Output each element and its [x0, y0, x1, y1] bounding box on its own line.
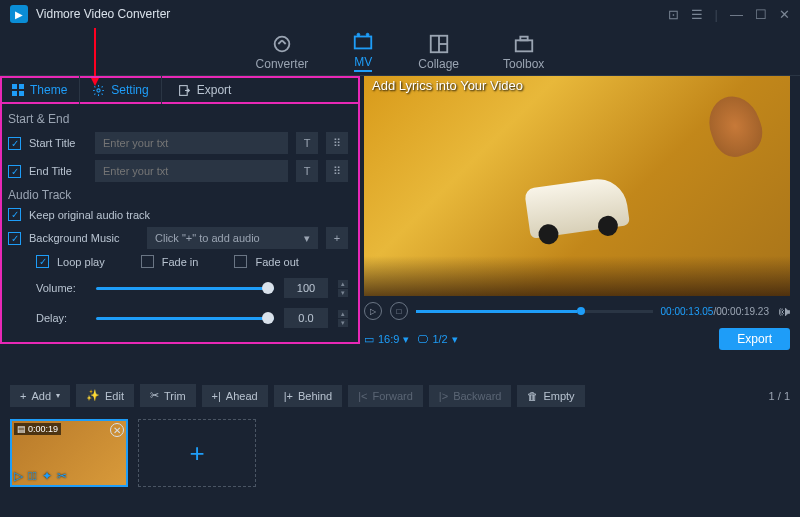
svg-rect-13 — [12, 91, 17, 96]
theme-icon — [12, 84, 24, 96]
converter-icon — [271, 33, 293, 55]
trim-button[interactable]: ✂Trim — [140, 384, 196, 407]
svg-rect-3 — [355, 37, 372, 49]
aspect-icon: ▭ — [364, 333, 374, 346]
add-button[interactable]: +Add▾ — [10, 385, 70, 407]
plus-icon: + — [20, 390, 26, 402]
volume-down[interactable]: ▾ — [338, 289, 348, 297]
film-icon: ▤ — [17, 424, 26, 434]
wand-icon: ✨ — [86, 389, 100, 402]
text-style-icon[interactable]: T — [296, 160, 318, 182]
behind-button[interactable]: |+Behind — [274, 385, 343, 407]
edit-button[interactable]: ✨Edit — [76, 384, 134, 407]
behind-icon: |+ — [284, 390, 293, 402]
divider: | — [715, 7, 718, 22]
start-title-input[interactable] — [95, 132, 288, 154]
svg-point-5 — [367, 33, 370, 36]
gear-icon — [92, 84, 105, 97]
window-size-dropdown[interactable]: 🖵 1/2 ▾ — [417, 333, 457, 346]
end-title-input[interactable] — [95, 160, 288, 182]
label-end-title: End Title — [29, 165, 87, 177]
close-icon[interactable]: ✕ — [779, 7, 790, 22]
tab-export[interactable]: Export — [166, 76, 244, 104]
thumb-trim-icon[interactable]: ✂ — [57, 469, 67, 483]
grid-icon[interactable]: ⠿ — [326, 132, 348, 154]
svg-rect-14 — [19, 91, 24, 96]
app-logo-icon: ▶ — [10, 5, 28, 23]
add-clip-tile[interactable]: + — [138, 419, 256, 487]
text-style-icon[interactable]: T — [296, 132, 318, 154]
remove-clip-icon[interactable]: ✕ — [110, 423, 124, 437]
stop-button[interactable]: □ — [390, 302, 408, 320]
svg-rect-11 — [12, 84, 17, 89]
volume-up[interactable]: ▴ — [338, 280, 348, 288]
thumb-play-icon[interactable]: ▷ — [14, 469, 23, 483]
checkbox-end-title[interactable]: ✓ — [8, 165, 21, 178]
delay-down[interactable]: ▾ — [338, 319, 348, 327]
settings-panel: Theme Setting Export Start & End ✓ Start… — [0, 76, 360, 376]
chevron-down-icon: ▾ — [304, 232, 310, 245]
export-button[interactable]: Export — [719, 328, 790, 350]
volume-value[interactable]: 100 — [284, 278, 328, 298]
tab-theme[interactable]: Theme — [0, 76, 80, 104]
volume-slider[interactable] — [96, 287, 274, 290]
minimize-icon[interactable]: — — [730, 7, 743, 22]
video-preview[interactable]: Add Lyrics into Your Video — [364, 76, 790, 296]
maximize-icon[interactable]: ☐ — [755, 7, 767, 22]
grid-icon[interactable]: ⠿ — [326, 160, 348, 182]
bg-music-dropdown[interactable]: Click "+" to add audio ▾ — [147, 227, 318, 249]
chevron-down-icon: ▾ — [56, 391, 60, 400]
collage-icon — [428, 33, 450, 55]
checkbox-start-title[interactable]: ✓ — [8, 137, 21, 150]
backward-button[interactable]: |>Backward — [429, 385, 512, 407]
top-nav: Converter MV Collage Toolbox — [0, 28, 800, 76]
checkbox-keep-original[interactable]: ✓ — [8, 208, 21, 221]
checkbox-bg-music[interactable]: ✓ — [8, 232, 21, 245]
video-overlay-text: Add Lyrics into Your Video — [372, 78, 523, 93]
nav-collage[interactable]: Collage — [418, 33, 459, 71]
play-button[interactable]: ▷ — [364, 302, 382, 320]
trash-icon: 🗑 — [527, 390, 538, 402]
chevron-down-icon: ▾ — [452, 333, 458, 346]
ahead-button[interactable]: +|Ahead — [202, 385, 268, 407]
aspect-ratio-dropdown[interactable]: ▭ 16:9 ▾ — [364, 333, 409, 346]
label-bg-music: Background Music — [29, 232, 139, 244]
toolbox-icon — [513, 33, 535, 55]
delay-slider[interactable] — [96, 317, 274, 320]
thumb-mute-icon[interactable]: 🕨⃠ — [28, 469, 37, 483]
section-audio-track: Audio Track — [8, 188, 348, 202]
delay-value[interactable]: 0.0 — [284, 308, 328, 328]
nav-converter[interactable]: Converter — [256, 33, 309, 71]
checkbox-fade-in[interactable]: ✓ — [141, 255, 154, 268]
preview-panel: Add Lyrics into Your Video ▷ □ 00:00:13.… — [360, 76, 800, 376]
clip-toolbar: +Add▾ ✨Edit ✂Trim +|Ahead |+Behind |<For… — [0, 376, 800, 415]
feedback-icon[interactable]: ⊡ — [668, 7, 679, 22]
checkbox-loop-play[interactable]: ✓ — [36, 255, 49, 268]
menu-icon[interactable]: ☰ — [691, 7, 703, 22]
forward-icon: |< — [358, 390, 367, 402]
volume-icon[interactable]: 🕪 — [777, 304, 790, 319]
svg-point-15 — [97, 88, 100, 91]
export-icon — [178, 84, 191, 97]
scissors-icon: ✂ — [150, 389, 159, 402]
thumbnail-strip: ▤0:00:19 ✕ ▷ 🕨⃠ ✦ ✂ + — [0, 415, 800, 491]
timeline-slider[interactable] — [416, 310, 653, 313]
forward-button[interactable]: |<Forward — [348, 385, 423, 407]
mv-icon — [352, 31, 374, 53]
app-title: Vidmore Video Converter — [36, 7, 668, 21]
pager: 1 / 1 — [769, 390, 790, 402]
screen-icon: 🖵 — [417, 333, 428, 345]
delay-up[interactable]: ▴ — [338, 310, 348, 318]
empty-button[interactable]: 🗑Empty — [517, 385, 584, 407]
time-display: 00:00:13.05/00:00:19.23 — [661, 306, 769, 317]
tab-setting[interactable]: Setting — [80, 76, 161, 104]
thumb-effect-icon[interactable]: ✦ — [42, 469, 52, 483]
add-audio-button[interactable]: + — [326, 227, 348, 249]
nav-toolbox[interactable]: Toolbox — [503, 33, 544, 71]
clip-thumbnail[interactable]: ▤0:00:19 ✕ ▷ 🕨⃠ ✦ ✂ — [10, 419, 128, 487]
svg-rect-9 — [515, 40, 532, 51]
section-start-end: Start & End — [8, 112, 348, 126]
nav-mv[interactable]: MV — [352, 31, 374, 72]
checkbox-fade-out[interactable]: ✓ — [234, 255, 247, 268]
ahead-icon: +| — [212, 390, 221, 402]
